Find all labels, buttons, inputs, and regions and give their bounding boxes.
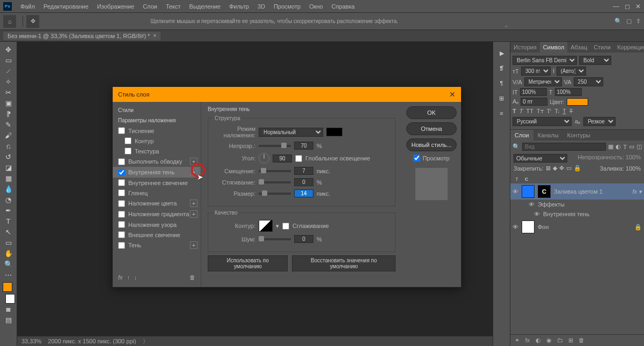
foreground-swatch[interactable]	[3, 282, 12, 292]
allcaps-icon[interactable]: TT	[526, 108, 533, 115]
style-satin[interactable]: Глянец	[113, 188, 201, 198]
marquee-tool-icon[interactable]: ▭	[2, 55, 15, 65]
global-light-checkbox[interactable]	[295, 155, 302, 162]
text-color-swatch[interactable]	[567, 98, 588, 106]
screenmode-icon[interactable]: ▤	[2, 314, 15, 325]
bold-icon[interactable]: T	[513, 108, 516, 115]
quickmask-icon[interactable]: ◙	[2, 304, 15, 314]
filter-shape-icon[interactable]: ▭	[629, 143, 634, 150]
layer-name[interactable]: Фон	[538, 224, 549, 230]
close-dialog-icon[interactable]: ✕	[449, 90, 456, 99]
add-effect-icon[interactable]: +	[190, 210, 197, 218]
styles-panel-icon[interactable]: ≡	[496, 108, 507, 118]
style-checkbox[interactable]	[118, 169, 125, 176]
menu-image[interactable]: Изображение	[93, 3, 138, 10]
menu-select[interactable]: Выделение	[185, 3, 225, 10]
layer-thumb[interactable]	[522, 185, 535, 198]
layer-fill-color[interactable]: 👁 C Заливка цветом 1 fx ▾	[510, 183, 644, 200]
reset-default-button[interactable]: Восстановить значения по умолчанию	[292, 255, 396, 271]
style-checkbox[interactable]	[118, 189, 125, 196]
filter-img-icon[interactable]: ▦	[608, 143, 613, 150]
style-stroke[interactable]: Выполнить обводку+	[113, 156, 201, 167]
zoom-value[interactable]: 33,33%	[21, 338, 41, 344]
angle-input[interactable]	[273, 154, 292, 163]
shadow-color-swatch[interactable]	[326, 128, 342, 136]
style-inner-shadow[interactable]: Внутренняя тень+	[113, 167, 201, 178]
stamp-tool-icon[interactable]: ⎌	[2, 141, 15, 151]
layer-mask-thumb[interactable]: C	[538, 185, 551, 198]
move-tool-icon[interactable]: ✥	[26, 15, 39, 28]
down-icon[interactable]: ↓	[134, 274, 137, 281]
menu-filter[interactable]: Фильтр	[225, 3, 253, 10]
style-checkbox[interactable]	[118, 242, 125, 249]
menu-view[interactable]: Просмотр	[269, 3, 305, 10]
visibility-icon[interactable]: 👁	[534, 211, 540, 217]
wand-tool-icon[interactable]: ✧	[2, 76, 15, 87]
style-checkbox[interactable]	[118, 231, 125, 238]
filter-type-icon[interactable]: T	[623, 144, 627, 150]
trash-icon[interactable]: 🗑	[189, 274, 195, 281]
maximize-icon[interactable]: ◻	[625, 3, 630, 10]
style-color-overlay[interactable]: Наложение цвета+	[113, 198, 201, 209]
style-bevel[interactable]: Тиснение	[113, 126, 201, 136]
style-drop-shadow[interactable]: Тень+	[113, 240, 201, 251]
lock-icon[interactable]: 🔒	[574, 165, 581, 172]
opacity-slider[interactable]	[259, 145, 291, 147]
antialias-checkbox[interactable]	[282, 223, 289, 230]
pen-tool-icon[interactable]: ✒	[2, 205, 15, 216]
layer-name[interactable]: Заливка цветом 1	[554, 188, 603, 195]
blend-mode-select[interactable]: Обычные	[514, 154, 567, 163]
collapse-panels-icon[interactable]: «	[505, 24, 508, 29]
background-swatch[interactable]	[5, 294, 15, 304]
distance-slider[interactable]	[259, 170, 291, 172]
style-checkbox[interactable]	[125, 137, 131, 144]
cancel-button[interactable]: Отмена	[406, 122, 457, 135]
style-checkbox[interactable]	[118, 179, 125, 186]
menu-3d[interactable]: 3D	[253, 3, 269, 10]
search-icon[interactable]: 🔍	[614, 18, 622, 25]
share-icon[interactable]: ⇪	[636, 18, 641, 25]
blend-mode-select[interactable]: Нормальный	[259, 128, 323, 137]
chevron-right-icon[interactable]: 〉	[143, 337, 149, 345]
zoom-tool-icon[interactable]: 🔍	[2, 259, 15, 269]
opacity-input[interactable]	[294, 142, 313, 150]
style-contour[interactable]: Контур	[113, 136, 201, 146]
gradient-tool-icon[interactable]: ▦	[2, 173, 15, 183]
move-tool-icon[interactable]: ✥	[2, 44, 15, 55]
layer-filter-input[interactable]	[522, 143, 606, 151]
contour-picker[interactable]	[259, 220, 273, 232]
tab-channels[interactable]: Каналы	[533, 130, 563, 141]
menu-help[interactable]: Справка	[327, 3, 359, 10]
styles-header[interactable]: Стили	[113, 105, 201, 115]
aa-select[interactable]: Резкое	[583, 117, 616, 126]
tab-history[interactable]: История	[510, 42, 540, 53]
layer-background[interactable]: 👁 Фон 🔒	[510, 219, 644, 235]
menu-text[interactable]: Текст	[162, 3, 185, 10]
make-default-button[interactable]: Использовать по умолчанию	[208, 255, 288, 271]
style-gradient-overlay[interactable]: Наложение градиента+	[113, 209, 201, 219]
visibility-icon[interactable]: 👁	[529, 201, 535, 208]
path-tool-icon[interactable]: ↖	[2, 226, 15, 237]
ok-button[interactable]: OK	[406, 106, 457, 119]
style-outer-glow[interactable]: Внешнее свечение	[113, 230, 201, 240]
lock-all-icon[interactable]: ⊠	[546, 165, 551, 172]
eyedropper-icon[interactable]: ⁋	[2, 108, 15, 119]
vscale-input[interactable]	[555, 88, 582, 96]
italic-icon[interactable]: T	[519, 108, 523, 115]
hscale-input[interactable]	[520, 88, 547, 96]
tab-paragraph[interactable]: Абзац	[567, 42, 590, 53]
smallcaps-icon[interactable]: Tᴛ	[537, 108, 544, 115]
baseline-input[interactable]	[521, 98, 547, 106]
tracking-select[interactable]: Метрически	[524, 77, 562, 86]
adj-icon[interactable]: ◉	[545, 337, 553, 344]
lock-artb-icon[interactable]: ▭	[566, 165, 572, 172]
up-icon[interactable]: ↑	[127, 274, 130, 281]
doc-info[interactable]: 2000 пикс. x 1500 пикс. (300 ppi)	[48, 338, 136, 344]
char-panel-icon[interactable]: ❡	[496, 63, 507, 73]
kerning-select[interactable]: 250	[574, 77, 603, 86]
menu-layer[interactable]: Слои	[138, 3, 162, 10]
tab-layers[interactable]: Слои	[510, 130, 533, 141]
glyphs-panel-icon[interactable]: ⊞	[496, 93, 507, 103]
style-checkbox[interactable]	[118, 158, 125, 165]
document-tab[interactable]: Без имени-1 @ 33,3% (Заливка цветом 1, R…	[3, 32, 160, 40]
